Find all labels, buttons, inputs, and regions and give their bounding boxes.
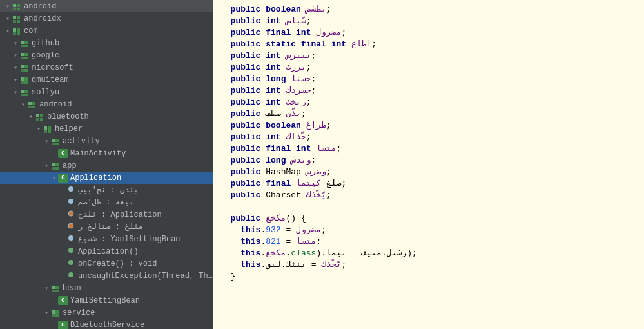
tree-label-method_onCreate: onCreate() : void xyxy=(78,259,213,268)
svg-rect-18 xyxy=(21,57,24,59)
package-icon xyxy=(19,63,30,72)
svg-rect-21 xyxy=(24,65,28,68)
field-icon xyxy=(66,198,76,207)
project-tree[interactable]: ▾android ▾androidx ▾com ▾github ▾google … xyxy=(0,0,213,329)
tree-item-app[interactable]: ▾app xyxy=(0,159,213,172)
svg-rect-37 xyxy=(40,114,43,117)
svg-rect-10 xyxy=(13,32,16,35)
svg-rect-22 xyxy=(21,69,24,72)
package-icon xyxy=(27,100,37,109)
svg-rect-43 xyxy=(48,130,51,133)
tree-item-sollyu[interactable]: ▾sollyu xyxy=(0,86,213,98)
tree-label-field_btnDing: بتذن : نج'بيب xyxy=(78,185,213,195)
code-editor: public boolean تظشض; public int سّباص; p… xyxy=(213,0,644,329)
tree-item-github[interactable]: ▾github xyxy=(0,37,213,49)
svg-rect-33 xyxy=(32,102,35,105)
tree-arrow-service: ▾ xyxy=(43,309,50,317)
tree-item-android2[interactable]: ▾android xyxy=(0,98,213,110)
svg-rect-35 xyxy=(32,106,35,108)
class-icon: C xyxy=(58,321,68,330)
tree-item-helper[interactable]: ▾helper xyxy=(0,123,213,135)
package-icon xyxy=(19,88,30,97)
svg-rect-62 xyxy=(52,290,55,292)
package-icon xyxy=(12,14,22,23)
svg-rect-6 xyxy=(13,20,16,23)
tree-item-BluetoothService[interactable]: CBluetoothService xyxy=(0,319,213,329)
svg-rect-9 xyxy=(17,28,20,32)
svg-rect-2 xyxy=(13,8,16,10)
svg-rect-39 xyxy=(40,118,43,121)
svg-rect-63 xyxy=(55,290,59,292)
svg-rect-40 xyxy=(44,126,47,130)
tree-item-com[interactable]: ▾com xyxy=(0,25,213,37)
package-icon xyxy=(50,161,61,170)
svg-rect-14 xyxy=(21,45,24,47)
tree-label-microsoft: microsoft xyxy=(32,63,213,72)
tree-label-android2: android xyxy=(39,100,213,109)
package-icon xyxy=(12,2,22,11)
tree-item-service[interactable]: ▾service xyxy=(0,306,213,319)
package-icon xyxy=(19,75,30,85)
svg-rect-36 xyxy=(36,114,39,117)
tree-label-app: app xyxy=(63,161,213,170)
svg-rect-3 xyxy=(17,8,20,10)
field-ref-icon xyxy=(66,223,76,232)
tree-item-microsoft[interactable]: ▾microsoft xyxy=(0,61,213,74)
tree-item-androidx[interactable]: ▾androidx xyxy=(0,12,213,25)
tree-label-field_tvHint: تيفه : ظل'صم xyxy=(78,197,213,207)
svg-rect-47 xyxy=(55,143,59,145)
tree-item-YamlSettingBean[interactable]: CYamlSettingBean xyxy=(0,294,213,306)
svg-rect-50 xyxy=(52,167,55,170)
tree-item-android[interactable]: ▾android xyxy=(0,0,213,12)
tree-arrow-bean: ▾ xyxy=(43,284,50,292)
svg-rect-5 xyxy=(17,16,20,19)
tree-item-field_btnDing[interactable]: بتذن : نج'بيب xyxy=(0,184,213,196)
tree-item-MainActivity[interactable]: CMainActivity xyxy=(0,147,213,159)
svg-point-53 xyxy=(68,199,73,204)
package-icon xyxy=(35,112,45,121)
svg-rect-64 xyxy=(52,310,55,314)
svg-rect-61 xyxy=(55,286,59,289)
svg-rect-60 xyxy=(52,286,55,289)
tree-item-bluetooth[interactable]: ▾bluetooth xyxy=(0,110,213,123)
svg-rect-15 xyxy=(24,45,28,47)
tree-arrow-com: ▾ xyxy=(4,27,12,35)
svg-rect-49 xyxy=(55,163,59,166)
svg-rect-23 xyxy=(24,69,28,72)
tree-item-Application[interactable]: ▾CApplication xyxy=(0,172,213,184)
tree-item-field_activity[interactable]: مثلخ : صتالخ ر xyxy=(0,221,213,233)
svg-rect-20 xyxy=(21,65,24,68)
method-icon xyxy=(66,247,76,256)
svg-rect-24 xyxy=(21,77,24,81)
tree-item-bean[interactable]: ▾bean xyxy=(0,282,213,294)
package-icon xyxy=(19,39,30,48)
tree-item-method_constructor[interactable]: Application() xyxy=(0,245,213,257)
field-ref-icon xyxy=(66,210,76,219)
svg-rect-32 xyxy=(28,102,32,105)
tree-label-activity: activity xyxy=(63,137,213,146)
tree-item-field_tvHint[interactable]: تيفه : ظل'صم xyxy=(0,196,213,208)
svg-point-56 xyxy=(68,235,73,241)
tree-item-google[interactable]: ▾google xyxy=(0,49,213,61)
svg-rect-48 xyxy=(52,163,55,166)
tree-item-field_setting[interactable]: شسوع : YamlSettingBean xyxy=(0,233,213,245)
tree-label-method_uncaught: uncaughtException(Thread, Thro xyxy=(78,272,213,281)
svg-rect-8 xyxy=(13,28,16,32)
tree-item-activity[interactable]: ▾activity xyxy=(0,135,213,147)
tree-item-method_onCreate[interactable]: onCreate() : void xyxy=(0,257,213,270)
svg-rect-4 xyxy=(13,16,16,19)
tree-arrow-microsoft: ▾ xyxy=(12,64,19,72)
tree-item-field_context[interactable]: ثلدج : Application xyxy=(0,208,213,221)
package-icon xyxy=(50,137,61,146)
svg-rect-12 xyxy=(21,41,24,44)
tree-arrow-app: ▾ xyxy=(43,162,50,170)
tree-arrow-activity: ▾ xyxy=(43,137,50,145)
tree-item-method_uncaught[interactable]: uncaughtException(Thread, Thro xyxy=(0,270,213,282)
svg-point-58 xyxy=(68,260,73,265)
svg-point-52 xyxy=(68,186,73,192)
tree-label-google: google xyxy=(32,51,213,60)
svg-point-57 xyxy=(68,248,73,253)
svg-rect-26 xyxy=(21,81,24,84)
svg-rect-46 xyxy=(52,143,55,145)
tree-item-qmuiteam[interactable]: ▾qmuiteam xyxy=(0,74,213,86)
